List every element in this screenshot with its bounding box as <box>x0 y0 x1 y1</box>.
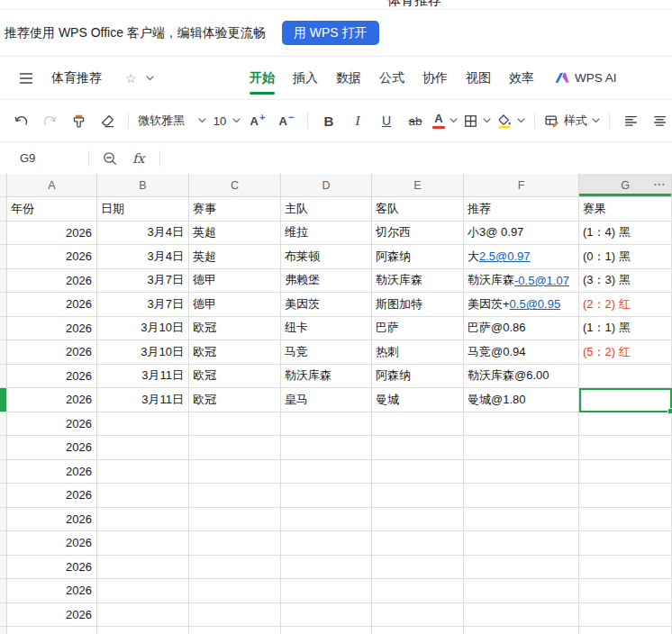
row-header[interactable] <box>0 603 7 628</box>
cell-recommendation[interactable] <box>464 460 579 485</box>
cell-home-team[interactable]: 皇马 <box>281 388 372 412</box>
hamburger-menu-icon[interactable] <box>14 66 38 91</box>
font-size-chevron-icon[interactable] <box>232 118 241 123</box>
font-size-select[interactable]: 10 <box>212 108 241 133</box>
cell-date[interactable] <box>97 556 189 580</box>
tab-insert[interactable]: 插入 <box>293 57 318 99</box>
cell-home-team[interactable]: 布莱顿 <box>281 245 372 269</box>
cell-year[interactable]: 2026 <box>7 556 97 580</box>
cell-home-team[interactable] <box>281 603 372 628</box>
cell-league[interactable] <box>189 508 281 532</box>
cell-style-chevron-icon[interactable] <box>592 118 600 123</box>
row-header[interactable] <box>0 293 7 317</box>
cell-year[interactable]: 2026 <box>7 293 97 317</box>
cell-date[interactable]: 3月11日 <box>97 365 189 389</box>
cell-label-d[interactable]: 主队 <box>281 197 372 222</box>
cell-away-team[interactable]: 斯图加特 <box>372 293 464 317</box>
cell-league[interactable] <box>189 460 281 485</box>
cell-result[interactable]: (5：2) 红 <box>579 340 672 365</box>
borders-chevron-icon[interactable] <box>483 118 491 123</box>
cell-label-e[interactable]: 客队 <box>372 197 464 222</box>
cell-home-team[interactable] <box>281 412 372 437</box>
fill-color-button[interactable] <box>496 108 525 133</box>
cell-home-team[interactable] <box>281 579 372 603</box>
cell-date[interactable] <box>97 627 189 634</box>
cell-home-team[interactable] <box>281 484 372 508</box>
fill-color-chevron-icon[interactable] <box>517 118 525 123</box>
cell-recommendation[interactable]: 曼城@1.80 <box>464 388 579 412</box>
cell-recommendation[interactable]: 巴萨@0.86 <box>464 317 579 341</box>
align-center-button[interactable] <box>648 108 671 133</box>
format-painter-button[interactable] <box>67 108 90 133</box>
cell-date[interactable]: 3月10日 <box>97 317 189 341</box>
undo-button[interactable] <box>9 108 32 133</box>
tab-formula[interactable]: 公式 <box>379 57 404 99</box>
cell-result[interactable]: (3：3) 黑 <box>579 269 672 294</box>
column-header-f[interactable]: F <box>464 174 579 197</box>
cell-year[interactable]: 2026 <box>7 222 97 246</box>
cell-home-team[interactable]: 维拉 <box>281 222 372 246</box>
cell-result[interactable]: (2：2) 红 <box>579 293 672 317</box>
cell-home-team[interactable]: 马竞 <box>281 340 372 365</box>
cell-year[interactable]: 2026 <box>7 484 97 508</box>
align-left-button[interactable] <box>619 108 642 133</box>
cell-away-team[interactable]: 勒沃库森 <box>372 269 464 294</box>
star-favorite-icon[interactable]: ☆ <box>125 72 137 85</box>
cell-away-team[interactable] <box>372 627 464 634</box>
cell-year[interactable]: 2026 <box>7 340 97 365</box>
row-header[interactable] <box>0 340 7 365</box>
cell-recommendation[interactable]: 大2.5@0.97 <box>464 245 579 269</box>
cell-recommendation[interactable] <box>464 484 579 508</box>
fx-function-icon[interactable]: fx <box>132 151 145 166</box>
cell-away-team[interactable] <box>372 556 464 580</box>
cell-league[interactable]: 欧冠 <box>189 365 281 389</box>
column-header-b[interactable]: B <box>97 174 189 197</box>
cell-year[interactable]: 2026 <box>7 365 97 389</box>
cell-result[interactable] <box>579 603 672 628</box>
cell-recommendation[interactable] <box>464 603 579 628</box>
column-header-a[interactable]: A <box>7 174 97 197</box>
tab-efficiency[interactable]: 效率 <box>509 57 534 99</box>
tab-collaborate[interactable]: 协作 <box>422 57 448 99</box>
cell-label-b[interactable]: 日期 <box>97 197 189 222</box>
recommendation-link[interactable]: 2.5@0.97 <box>479 249 531 263</box>
cell-result[interactable] <box>579 508 672 532</box>
cell-recommendation[interactable]: 勒沃库森@6.00 <box>464 365 579 389</box>
row-header[interactable] <box>0 269 7 294</box>
cell-home-team[interactable]: 勒沃库森 <box>281 365 372 389</box>
cell-date[interactable]: 3月10日 <box>97 340 189 365</box>
cell-year[interactable]: 2026 <box>7 269 97 294</box>
cell-home-team[interactable] <box>281 627 372 634</box>
cell-away-team[interactable]: 切尔西 <box>372 222 464 246</box>
cell-league[interactable]: 欧冠 <box>189 317 281 341</box>
cell-recommendation[interactable]: 小3@ 0.97 <box>464 222 579 246</box>
cell-date[interactable] <box>97 603 189 628</box>
row-header[interactable] <box>0 627 7 634</box>
cell-label-g[interactable]: 赛果 <box>579 197 672 222</box>
cell-year[interactable]: 2026 <box>7 460 97 485</box>
cell-date[interactable] <box>97 484 189 508</box>
font-family-chevron-icon[interactable] <box>198 118 206 123</box>
cell-recommendation[interactable] <box>464 508 579 532</box>
cell-date[interactable] <box>97 531 189 556</box>
italic-button[interactable]: I <box>346 108 369 133</box>
cell-result[interactable] <box>579 460 672 485</box>
underline-button[interactable]: U <box>375 108 398 133</box>
cell-date[interactable]: 3月7日 <box>97 269 189 294</box>
row-header[interactable] <box>0 484 7 508</box>
cell-league[interactable] <box>189 579 281 603</box>
cell-away-team[interactable]: 阿森纳 <box>372 365 464 389</box>
cell-recommendation[interactable]: 美因茨+0.5@0.95 <box>464 293 579 317</box>
column-header-g[interactable]: G⋯ <box>579 174 672 197</box>
cell-league[interactable]: 英超 <box>189 245 281 269</box>
title-chevron-down-icon[interactable] <box>146 76 154 81</box>
row-header[interactable] <box>0 460 7 485</box>
cell-year[interactable]: 2026 <box>7 579 97 603</box>
cell-date[interactable] <box>97 508 189 532</box>
cell-away-team[interactable] <box>372 412 464 437</box>
cell-date[interactable] <box>97 412 189 437</box>
font-color-chevron-icon[interactable] <box>450 118 458 123</box>
cell-recommendation[interactable] <box>464 436 579 460</box>
cell-result[interactable] <box>579 412 672 437</box>
cell-result[interactable] <box>579 484 672 508</box>
